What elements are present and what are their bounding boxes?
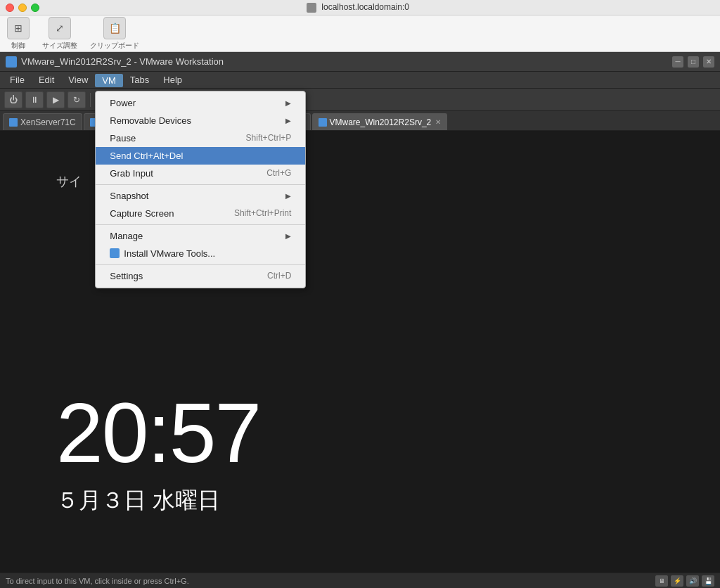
menu-separator-2	[96, 224, 305, 225]
window-title: localhost.localdomain:0	[1, 2, 714, 13]
snapshot-arrow-icon: ▶	[285, 192, 291, 200]
vmware-minimize-button[interactable]: ─	[672, 56, 683, 68]
mac-titlebar: localhost.localdomain:0	[0, 0, 720, 15]
menu-help[interactable]: Help	[156, 73, 189, 87]
manage-arrow-icon: ▶	[285, 232, 291, 240]
clipboard-icon: 📋	[103, 17, 126, 39]
window-icon	[307, 3, 316, 13]
clipboard-label: クリップボード	[90, 41, 139, 51]
menu-tabs[interactable]: Tabs	[123, 73, 156, 87]
status-icons: 🖥 ⚡ 🔊 💾	[655, 575, 714, 587]
menu-separator-1	[96, 184, 305, 185]
toolbar-pause-button[interactable]: ⏸	[25, 91, 44, 108]
mac-toolbar: ⊞ 制御 ⤢ サイズ調整 📋 クリップボード	[0, 15, 720, 52]
vmware-icon	[6, 56, 17, 68]
menu-manage[interactable]: Manage ▶	[96, 227, 305, 245]
win-time: 20:57	[56, 384, 260, 481]
toolbar-power-button[interactable]: ⏻	[4, 91, 22, 108]
tab-xenserver-icon	[9, 118, 18, 127]
toolbar-refresh-button[interactable]: ↻	[68, 91, 86, 108]
menu-send-ctrl-alt-del[interactable]: Send Ctrl+Alt+Del	[96, 147, 305, 165]
tab-win2012-2[interactable]: VMware_Win2012R2Srv_2 ✕	[312, 113, 448, 130]
menu-install-vmware-tools[interactable]: Install VMware Tools...	[96, 245, 305, 262]
control-label: 制御	[11, 41, 25, 51]
status-network-icon: 🖥	[655, 575, 668, 587]
menu-edit[interactable]: Edit	[32, 73, 61, 87]
status-text: To direct input to this VM, click inside…	[6, 577, 189, 585]
win-date: ５月３日 水曜日	[56, 485, 220, 516]
menu-grab-input[interactable]: Grab Input Ctrl+G	[96, 165, 305, 182]
vmware-title-right: ─ □ ✕	[672, 56, 714, 68]
vmware-menubar: File Edit View VM Power ▶ Removable Devi…	[0, 72, 720, 89]
toolbar-clipboard[interactable]: 📋 クリップボード	[90, 17, 139, 51]
vmware-title-text: VMware_Win2012R2Srv_2 - VMware Workstati…	[21, 56, 224, 67]
vmware-close-button[interactable]: ✕	[703, 56, 714, 68]
menu-view[interactable]: View	[61, 73, 95, 87]
menu-separator-3	[96, 264, 305, 265]
status-hdd-icon: 💾	[702, 575, 714, 587]
toolbar-separator-1	[90, 93, 91, 107]
menu-pause[interactable]: Pause Shift+Ctrl+P	[96, 129, 305, 147]
removable-arrow-icon: ▶	[285, 117, 291, 124]
vmware-title-left: VMware_Win2012R2Srv_2 - VMware Workstati…	[6, 56, 224, 68]
vmware-titlebar: VMware_Win2012R2Srv_2 - VMware Workstati…	[0, 52, 720, 72]
tab-win2012-2-close[interactable]: ✕	[435, 118, 441, 126]
menu-power[interactable]: Power ▶	[96, 94, 305, 112]
menu-removable-devices[interactable]: Removable Devices ▶	[96, 112, 305, 129]
resize-label: サイズ調整	[42, 41, 77, 51]
vmware-statusbar: To direct input to this VM, click inside…	[0, 573, 720, 588]
vm-dropdown-menu: Power ▶ Removable Devices ▶ Pause Shift+…	[95, 91, 306, 288]
menu-vm-wrapper: VM Power ▶ Removable Devices ▶ Pause Shi…	[95, 74, 123, 87]
status-sound-icon: 🔊	[686, 575, 699, 587]
tab-win2012-2-icon	[319, 118, 327, 127]
power-arrow-icon: ▶	[285, 99, 291, 107]
vmware-restore-button[interactable]: □	[688, 56, 699, 68]
menu-vm[interactable]: VM	[95, 74, 123, 87]
vmware-window: VMware_Win2012R2Srv_2 - VMware Workstati…	[0, 52, 720, 588]
menu-snapshot[interactable]: Snapshot ▶	[96, 187, 305, 205]
toolbar-resize[interactable]: ⤢ サイズ調整	[42, 17, 77, 51]
toolbar-control[interactable]: ⊞ 制御	[7, 17, 30, 51]
status-usb-icon: ⚡	[671, 575, 683, 587]
menu-capture-screen[interactable]: Capture Screen Shift+Ctrl+Print	[96, 205, 305, 222]
menu-file[interactable]: File	[3, 73, 32, 87]
tab-xenserver[interactable]: XenServer71C	[3, 113, 82, 130]
vmware-tools-icon	[110, 248, 120, 258]
resize-icon: ⤢	[49, 17, 71, 39]
menu-settings[interactable]: Settings Ctrl+D	[96, 267, 305, 285]
control-icon: ⊞	[7, 17, 30, 39]
toolbar-play-button[interactable]: ▶	[46, 91, 65, 108]
